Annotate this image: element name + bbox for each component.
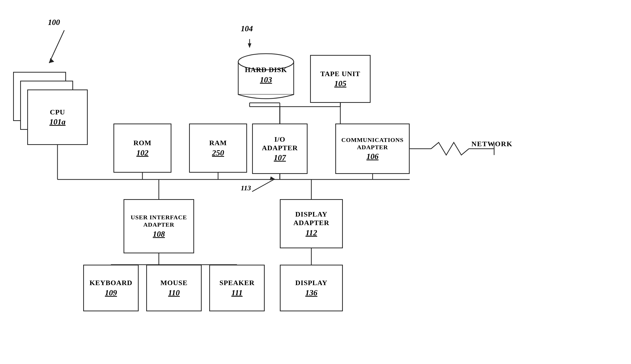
ui-adapter-label: USER INTERFACE ADAPTER [131, 214, 187, 228]
display-adapter-label: DISPLAY ADAPTER [293, 210, 329, 227]
rom-box: ROM 102 [113, 124, 171, 173]
diagram: 100 104 CPU 101c CPU 101b CPU 101a ROM 1… [0, 0, 631, 364]
ui-adapter-box: USER INTERFACE ADAPTER 108 [124, 199, 194, 253]
display-adapter-num: 112 [306, 228, 317, 237]
svg-line-24 [252, 179, 275, 192]
ref-104: 104 [241, 24, 253, 33]
keyboard-num: 109 [105, 288, 117, 297]
mouse-box: MOUSE 110 [146, 265, 202, 311]
keyboard-box: KEYBOARD 109 [83, 265, 139, 311]
keyboard-label: KEYBOARD [89, 279, 132, 287]
display-num: 136 [305, 288, 317, 297]
speaker-num: 111 [231, 288, 243, 297]
svg-marker-25 [270, 176, 275, 180]
svg-marker-3 [49, 58, 54, 63]
speaker-label: SPEAKER [219, 279, 254, 287]
io-adapter-label: I/O ADAPTER [262, 135, 298, 152]
tape-unit-box: TAPE UNIT 105 [310, 55, 371, 103]
hard-disk-cylinder: HARD DISK 103 [232, 48, 300, 106]
io-adapter-num: 107 [274, 153, 286, 162]
mouse-num: 110 [168, 288, 180, 297]
io-adapter-box: I/O ADAPTER 107 [252, 124, 308, 174]
ref-100: 100 [48, 18, 60, 27]
rom-label: ROM [133, 139, 151, 147]
mouse-label: MOUSE [160, 279, 188, 287]
hard-disk-num: 103 [232, 75, 300, 84]
network-label: NETWORK [471, 140, 513, 148]
ui-adapter-num: 108 [153, 229, 165, 239]
display-label: DISPLAY [295, 279, 327, 287]
tape-unit-num: 105 [334, 79, 346, 88]
ref-113: 113 [241, 184, 251, 192]
cpu-101a-label: CPU [50, 108, 65, 116]
svg-line-2 [49, 30, 64, 63]
hard-disk-label: HARD DISK [232, 66, 300, 74]
ram-label: RAM [209, 139, 227, 147]
cpu-101a-box: CPU 101a [27, 89, 88, 145]
cpu-101a-num: 101a [49, 117, 66, 127]
svg-marker-5 [248, 43, 251, 48]
speaker-box: SPEAKER 111 [209, 265, 265, 311]
comm-adapter-label: COMMUNICATIONS ADAPTER [341, 136, 404, 151]
comm-adapter-num: 106 [367, 152, 379, 161]
ram-num: 250 [212, 148, 224, 158]
display-adapter-box: DISPLAY ADAPTER 112 [280, 199, 343, 248]
tape-unit-label: TAPE UNIT [320, 70, 360, 78]
display-box: DISPLAY 136 [280, 265, 343, 311]
ram-box: RAM 250 [189, 124, 247, 173]
rom-num: 102 [136, 148, 148, 158]
comm-adapter-box: COMMUNICATIONS ADAPTER 106 [335, 124, 410, 174]
